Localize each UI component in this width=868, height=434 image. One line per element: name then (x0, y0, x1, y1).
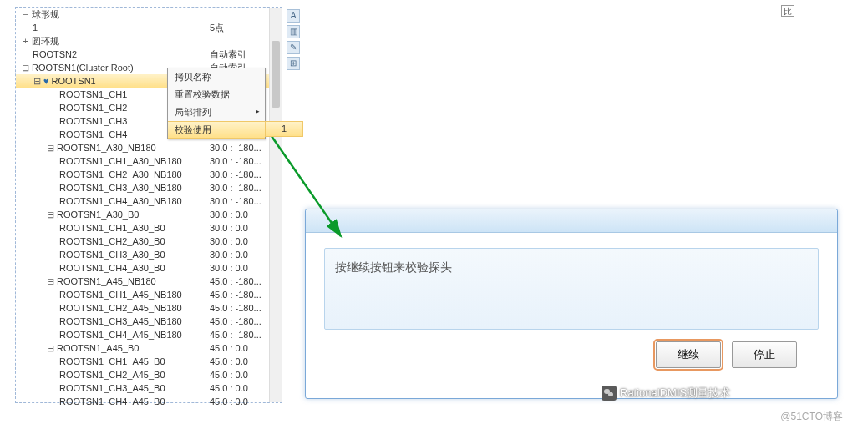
collapse-icon: − (21, 9, 30, 19)
menu-calib-use[interactable]: 校验使用 1 (168, 121, 265, 139)
continue-button[interactable]: 继续 (656, 341, 721, 368)
tree-row[interactable]: ⊟ROOTSN1_A45_B045.0 : 0.0 (16, 341, 282, 355)
tree-row[interactable]: ROOTSN1_CH3_A45_B045.0 : 0.0 (16, 381, 282, 395)
tree-header-count: 1 5点 (16, 21, 282, 34)
tree-row[interactable]: ⊟ROOTSN1_A30_B030.0 : 0.0 (16, 208, 282, 221)
submenu-arrow-icon: ▸ (256, 107, 260, 115)
collapse-icon: ⊟ (46, 343, 55, 354)
collapse-icon: ⊟ (46, 209, 55, 220)
tree-row[interactable]: ROOTSN1_CH1_A45_B045.0 : 0.0 (16, 355, 282, 368)
calibration-dialog: 按继续按钮来校验探头 继续 停止 (305, 209, 838, 399)
collapse-icon: ⊟ (33, 76, 42, 87)
tree-row[interactable]: ROOTSN1_CH3_A30_B030.0 : 0.0 (16, 248, 282, 261)
tree-row[interactable]: ⊟ROOTSN1_A45_NB18045.0 : -180... (16, 275, 282, 288)
tree-header-sphere[interactable]: − 球形规 (16, 8, 282, 21)
footer-credit: @51CTO博客 (780, 410, 843, 424)
scrollbar-thumb[interactable] (272, 41, 280, 108)
submenu-item[interactable]: 1 (265, 121, 303, 137)
topright-badge: 比 (781, 5, 794, 17)
menu-copy-name[interactable]: 拷贝名称 (168, 68, 265, 86)
menu-local-sort[interactable]: 局部排列▸ (168, 103, 265, 121)
tree-row[interactable]: ROOTSN1_CH3_A30_NB18030.0 : -180... (16, 181, 282, 194)
tool-icon-chart[interactable]: ▥ (287, 25, 300, 38)
tree-panel: − 球形规 1 5点 + 圆环规 ROOTSN2 自动索引 ⊟ ROOTSN1(… (15, 7, 282, 403)
vertical-scrollbar[interactable] (269, 8, 282, 402)
tree-row[interactable]: ROOTSN1_CH3_A45_NB18045.0 : -180... (16, 315, 282, 328)
tree-row[interactable]: ROOTSN1_CH2_A45_NB18045.0 : -180... (16, 301, 282, 315)
dialog-titlebar[interactable] (306, 209, 837, 233)
context-menu: 拷贝名称 重置校验数据 局部排列▸ 校验使用 1 (167, 68, 266, 139)
tree-row[interactable]: ROOTSN1_CH1_A30_NB18030.0 : -180... (16, 154, 282, 168)
expand-icon: ⊟ (21, 63, 30, 73)
tool-icon-a[interactable]: A (287, 9, 300, 23)
side-toolbar: A ▥ ✎ ⊞ (287, 7, 302, 73)
tree-row[interactable]: ROOTSN1_CH4_A45_NB18045.0 : -180... (16, 328, 282, 341)
tree-row[interactable]: ROOTSN1_CH4_A45_B045.0 : 0.0 (16, 395, 282, 408)
tree-row[interactable]: ROOTSN1_CH2_A45_B045.0 : 0.0 (16, 368, 282, 381)
dialog-message: 按继续按钮来校验探头 (324, 248, 819, 330)
tree-row[interactable]: ROOTSN1_CH4_A30_B030.0 : 0.0 (16, 261, 282, 275)
collapse-icon: ⊟ (46, 276, 55, 287)
tree-row[interactable]: ROOTSN1_CH1_A30_B030.0 : 0.0 (16, 221, 282, 235)
tree-row[interactable]: ⊟ROOTSN1_A30_NB18030.0 : -180... (16, 141, 282, 154)
tool-icon-b[interactable]: ✎ (287, 41, 300, 54)
tree-header-ring[interactable]: + 圆环规 (16, 34, 282, 48)
probe-icon: ♥ (43, 76, 49, 86)
wechat-credit: RationalDMIS测量技术 (602, 386, 730, 401)
stop-button[interactable]: 停止 (732, 341, 797, 368)
wechat-icon (602, 386, 617, 401)
menu-reset-calib[interactable]: 重置校验数据 (168, 86, 265, 103)
tree-row[interactable]: ROOTSN1_CH4_A30_NB18030.0 : -180... (16, 194, 282, 208)
collapse-icon: ⊟ (46, 143, 55, 154)
tree-row[interactable]: ROOTSN1_CH2_A30_NB18030.0 : -180... (16, 168, 282, 181)
tree-row[interactable]: ROOTSN1_CH1_A45_NB18045.0 : -180... (16, 288, 282, 301)
tree-row[interactable]: ROOTSN1_CH2_A30_B030.0 : 0.0 (16, 235, 282, 248)
tree-rootsn2[interactable]: ROOTSN2 自动索引 (16, 48, 282, 61)
expand-icon: + (21, 36, 30, 46)
tool-icon-c[interactable]: ⊞ (287, 57, 300, 70)
